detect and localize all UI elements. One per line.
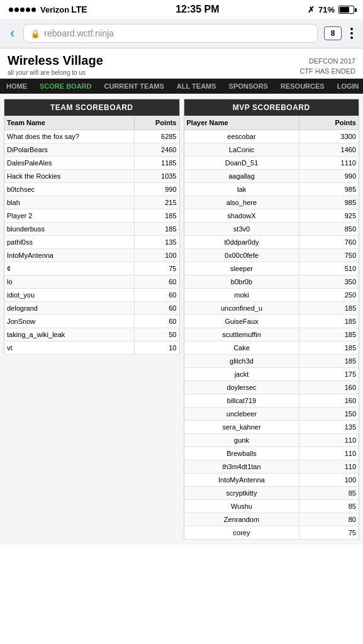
mvp-scoreboard-section: MVP SCOREBOARD Player Name Points eescob…: [184, 99, 360, 540]
team-points-header: Points: [135, 116, 179, 130]
team-scoreboard-title: TEAM SCOREBOARD: [4, 99, 180, 116]
player-points-cell: 160: [299, 381, 359, 394]
lock-icon: 🔒: [30, 29, 40, 38]
player-name-cell: t0ddpar0dy: [184, 236, 299, 249]
team-name-cell: pathl0ss: [4, 236, 135, 249]
team-points-cell: 100: [135, 249, 179, 262]
player-points-cell: 1460: [299, 143, 359, 157]
status-left: Verizon LTE: [9, 4, 87, 14]
event-line2: CTF HAS ENDED: [299, 67, 355, 76]
event-info: DEFCON 2017 CTF HAS ENDED: [299, 57, 355, 76]
mvp-scoreboard-title: MVP SCOREBOARD: [184, 99, 359, 116]
team-name-cell: DalesPaleAles: [4, 157, 135, 170]
player-name-cell: unclebeer: [184, 408, 299, 421]
nav-sponsors[interactable]: SPONSORS: [223, 79, 274, 94]
url-text: reboard.wctf.ninja: [44, 28, 311, 38]
table-row: What does the fox say?6285: [4, 130, 180, 143]
player-name-cell: unconfined_u: [184, 302, 299, 315]
player-name-header: Player Name: [184, 116, 299, 130]
menu-dot: [350, 36, 353, 39]
player-name-cell: th3m4dt1tan: [184, 460, 299, 474]
table-row: b0br0b350: [184, 275, 359, 289]
player-points-cell: 1110: [299, 157, 359, 170]
table-row: vt10: [4, 341, 180, 355]
site-branding: Wireless Village all your wifi are belon…: [8, 53, 103, 76]
table-row: scuttlemuffin185: [184, 328, 359, 341]
player-points-cell: 110: [299, 434, 359, 447]
clock: 12:35 PM: [176, 4, 219, 15]
table-row: blah215: [4, 196, 180, 209]
table-row: Cake185: [184, 341, 359, 355]
team-name-cell: taking_a_wiki_leak: [4, 328, 135, 341]
table-row: idiot_you60: [4, 289, 180, 302]
back-button[interactable]: ‹: [8, 25, 17, 42]
nav-login[interactable]: LOGIN: [331, 79, 363, 94]
table-row: jackt175: [184, 368, 359, 381]
player-name-cell: LaConic: [184, 143, 299, 157]
table-row: Zenrandom80: [184, 513, 359, 526]
team-points-cell: 185: [135, 209, 179, 223]
site-title: Wireless Village: [8, 53, 103, 68]
player-name-cell: billcat719: [184, 394, 299, 408]
player-name-cell: doylersec: [184, 381, 299, 394]
player-name-cell: corey: [184, 526, 299, 540]
team-points-cell: 60: [135, 315, 179, 328]
table-row: Player 2185: [4, 209, 180, 223]
table-row: DalesPaleAles1185: [4, 157, 180, 170]
url-bar[interactable]: 🔒 reboard.wctf.ninja: [23, 24, 318, 43]
player-points-cell: 750: [299, 249, 359, 262]
event-line1: DEFCON 2017: [299, 57, 355, 66]
team-points-cell: 60: [135, 289, 179, 302]
table-row: blunderbuss185: [4, 223, 180, 236]
player-name-cell: sleeper: [184, 262, 299, 275]
tab-button[interactable]: 8: [324, 26, 342, 40]
player-name-cell: shadowX: [184, 209, 299, 223]
team-name-cell: vt: [4, 341, 135, 355]
player-name-cell: also_here: [184, 196, 299, 209]
signal-dots: [9, 8, 36, 12]
player-name-cell: DoanD_51: [184, 157, 299, 170]
player-points-cell: 985: [299, 196, 359, 209]
table-row: st3v0850: [184, 223, 359, 236]
team-points-cell: 1185: [135, 157, 179, 170]
team-name-cell: blunderbuss: [4, 223, 135, 236]
nav-all-teams[interactable]: ALL TEAMS: [170, 79, 223, 94]
nav-resources[interactable]: RESOURCES: [274, 79, 331, 94]
player-name-cell: b0br0b: [184, 275, 299, 289]
player-name-cell: eescobar: [184, 130, 299, 143]
team-name-cell: delogrand: [4, 302, 135, 315]
table-row: eescobar3300: [184, 130, 359, 143]
menu-button[interactable]: [348, 28, 355, 39]
table-row: IntoMyAntenna100: [184, 474, 359, 487]
player-name-cell: 0x00c0fefe: [184, 249, 299, 262]
team-points-cell: 215: [135, 196, 179, 209]
table-row: delogrand60: [4, 302, 180, 315]
player-name-cell: aagallag: [184, 170, 299, 183]
team-name-cell: Player 2: [4, 209, 135, 223]
nav-bar: HOME SCORE BOARD CURRENT TEAMS ALL TEAMS…: [0, 79, 363, 94]
table-row: moki250: [184, 289, 359, 302]
player-name-cell: st3v0: [184, 223, 299, 236]
table-row: sera_kahner135: [184, 421, 359, 434]
player-points-cell: 760: [299, 236, 359, 249]
status-bar: Verizon LTE 12:35 PM ✗ 71%: [0, 0, 363, 19]
team-points-cell: 2460: [135, 143, 179, 157]
nav-scoreboard[interactable]: SCORE BOARD: [33, 79, 98, 94]
team-points-cell: 6285: [135, 130, 179, 143]
network-type: LTE: [71, 4, 87, 14]
table-row: also_here985: [184, 196, 359, 209]
team-scoreboard-table: TEAM SCOREBOARD Team Name Points What do…: [4, 99, 180, 355]
player-name-cell: IntoMyAntenna: [184, 474, 299, 487]
nav-home[interactable]: HOME: [0, 79, 33, 94]
player-name-cell: glitch3d: [184, 355, 299, 368]
team-scoreboard-section: TEAM SCOREBOARD Team Name Points What do…: [4, 99, 180, 540]
table-row: unconfined_u185: [184, 302, 359, 315]
team-points-cell: 60: [135, 275, 179, 289]
player-points-cell: 990: [299, 170, 359, 183]
player-points-cell: 175: [299, 368, 359, 381]
table-row: IntoMyAntenna100: [4, 249, 180, 262]
nav-current-teams[interactable]: CURRENT TEAMS: [98, 79, 170, 94]
player-points-cell: 75: [299, 526, 359, 540]
player-name-cell: Cake: [184, 341, 299, 355]
team-name-cell: JonSnow: [4, 315, 135, 328]
